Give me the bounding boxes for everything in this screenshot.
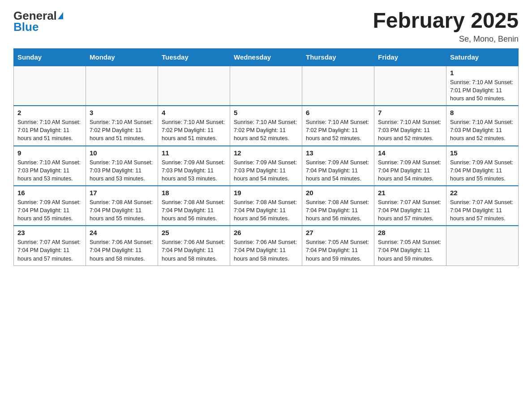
- day-info: Sunrise: 7:07 AM Sunset: 7:04 PM Dayligh…: [378, 198, 442, 223]
- day-number: 21: [378, 189, 442, 197]
- calendar-cell: 5Sunrise: 7:10 AM Sunset: 7:02 PM Daylig…: [230, 106, 302, 146]
- day-number: 10: [90, 149, 154, 157]
- calendar-cell: 11Sunrise: 7:09 AM Sunset: 7:03 PM Dayli…: [158, 146, 230, 186]
- day-info: Sunrise: 7:10 AM Sunset: 7:02 PM Dayligh…: [306, 118, 370, 142]
- calendar-cell: 1Sunrise: 7:10 AM Sunset: 7:01 PM Daylig…: [446, 66, 519, 106]
- calendar-cell: 14Sunrise: 7:09 AM Sunset: 7:04 PM Dayli…: [374, 146, 446, 186]
- calendar-cell: 3Sunrise: 7:10 AM Sunset: 7:02 PM Daylig…: [86, 106, 158, 146]
- day-info: Sunrise: 7:05 AM Sunset: 7:04 PM Dayligh…: [306, 238, 370, 262]
- calendar-cell: 9Sunrise: 7:10 AM Sunset: 7:03 PM Daylig…: [14, 146, 86, 186]
- day-info: Sunrise: 7:10 AM Sunset: 7:03 PM Dayligh…: [450, 118, 515, 142]
- day-info: Sunrise: 7:10 AM Sunset: 7:01 PM Dayligh…: [450, 78, 515, 103]
- calendar-cell: [86, 66, 158, 106]
- logo-triangle-icon: [58, 12, 63, 19]
- day-number: 12: [234, 149, 298, 157]
- weekday-header-friday: Friday: [374, 48, 446, 66]
- day-info: Sunrise: 7:10 AM Sunset: 7:03 PM Dayligh…: [378, 118, 442, 142]
- day-info: Sunrise: 7:10 AM Sunset: 7:03 PM Dayligh…: [17, 158, 82, 183]
- day-number: 5: [234, 109, 298, 116]
- calendar-cell: 7Sunrise: 7:10 AM Sunset: 7:03 PM Daylig…: [374, 106, 446, 146]
- day-number: 6: [306, 109, 370, 116]
- calendar-table: SundayMondayTuesdayWednesdayThursdayFrid…: [13, 48, 519, 266]
- calendar-cell: 20Sunrise: 7:08 AM Sunset: 7:04 PM Dayli…: [302, 186, 374, 226]
- title-section: February 2025 Se, Mono, Benin: [373, 9, 519, 44]
- calendar-cell: [14, 66, 86, 106]
- day-info: Sunrise: 7:09 AM Sunset: 7:04 PM Dayligh…: [378, 158, 442, 183]
- calendar-cell: 28Sunrise: 7:05 AM Sunset: 7:04 PM Dayli…: [374, 226, 446, 265]
- day-info: Sunrise: 7:10 AM Sunset: 7:02 PM Dayligh…: [234, 118, 298, 142]
- day-info: Sunrise: 7:06 AM Sunset: 7:04 PM Dayligh…: [162, 238, 226, 262]
- day-number: 11: [162, 149, 226, 157]
- day-number: 27: [306, 229, 370, 236]
- calendar-cell: [158, 66, 230, 106]
- day-number: 15: [450, 149, 515, 157]
- month-title: February 2025: [373, 9, 519, 33]
- calendar-cell: 17Sunrise: 7:08 AM Sunset: 7:04 PM Dayli…: [86, 186, 158, 226]
- weekday-header-wednesday: Wednesday: [230, 48, 302, 66]
- day-info: Sunrise: 7:10 AM Sunset: 7:02 PM Dayligh…: [90, 118, 154, 142]
- calendar-cell: 25Sunrise: 7:06 AM Sunset: 7:04 PM Dayli…: [158, 226, 230, 265]
- weekday-header-saturday: Saturday: [446, 48, 519, 66]
- day-info: Sunrise: 7:07 AM Sunset: 7:04 PM Dayligh…: [17, 238, 82, 262]
- calendar-cell: 6Sunrise: 7:10 AM Sunset: 7:02 PM Daylig…: [302, 106, 374, 146]
- day-number: 14: [378, 149, 442, 157]
- calendar-cell: [302, 66, 374, 106]
- weekday-header-monday: Monday: [86, 48, 158, 66]
- calendar-cell: 16Sunrise: 7:09 AM Sunset: 7:04 PM Dayli…: [14, 186, 86, 226]
- day-number: 13: [306, 149, 370, 157]
- calendar-cell: 22Sunrise: 7:07 AM Sunset: 7:04 PM Dayli…: [446, 186, 519, 226]
- day-info: Sunrise: 7:10 AM Sunset: 7:02 PM Dayligh…: [162, 118, 226, 142]
- day-number: 25: [162, 229, 226, 236]
- day-info: Sunrise: 7:09 AM Sunset: 7:04 PM Dayligh…: [450, 158, 515, 183]
- day-info: Sunrise: 7:08 AM Sunset: 7:04 PM Dayligh…: [162, 198, 226, 223]
- day-number: 26: [234, 229, 298, 236]
- week-row-2: 9Sunrise: 7:10 AM Sunset: 7:03 PM Daylig…: [14, 146, 519, 186]
- week-row-0: 1Sunrise: 7:10 AM Sunset: 7:01 PM Daylig…: [14, 66, 519, 106]
- logo: General Blue: [13, 9, 63, 34]
- day-info: Sunrise: 7:08 AM Sunset: 7:04 PM Dayligh…: [306, 198, 370, 223]
- day-info: Sunrise: 7:08 AM Sunset: 7:04 PM Dayligh…: [234, 198, 298, 223]
- day-info: Sunrise: 7:09 AM Sunset: 7:04 PM Dayligh…: [17, 198, 82, 223]
- calendar-cell: [446, 226, 519, 265]
- day-info: Sunrise: 7:09 AM Sunset: 7:03 PM Dayligh…: [162, 158, 226, 183]
- calendar-cell: 2Sunrise: 7:10 AM Sunset: 7:01 PM Daylig…: [14, 106, 86, 146]
- day-info: Sunrise: 7:09 AM Sunset: 7:04 PM Dayligh…: [306, 158, 370, 183]
- calendar-cell: 24Sunrise: 7:06 AM Sunset: 7:04 PM Dayli…: [86, 226, 158, 265]
- day-info: Sunrise: 7:05 AM Sunset: 7:04 PM Dayligh…: [378, 238, 442, 262]
- location-label: Se, Mono, Benin: [373, 34, 519, 44]
- calendar-cell: 26Sunrise: 7:06 AM Sunset: 7:04 PM Dayli…: [230, 226, 302, 265]
- day-number: 24: [90, 229, 154, 236]
- week-row-4: 23Sunrise: 7:07 AM Sunset: 7:04 PM Dayli…: [14, 226, 519, 265]
- day-number: 19: [234, 189, 298, 197]
- calendar-cell: 12Sunrise: 7:09 AM Sunset: 7:03 PM Dayli…: [230, 146, 302, 186]
- calendar-cell: 19Sunrise: 7:08 AM Sunset: 7:04 PM Dayli…: [230, 186, 302, 226]
- day-number: 2: [17, 109, 82, 116]
- weekday-header-thursday: Thursday: [302, 48, 374, 66]
- day-number: 1: [450, 69, 515, 77]
- week-row-3: 16Sunrise: 7:09 AM Sunset: 7:04 PM Dayli…: [14, 186, 519, 226]
- day-number: 16: [17, 189, 82, 197]
- day-number: 7: [378, 109, 442, 116]
- day-number: 3: [90, 109, 154, 116]
- calendar-cell: 15Sunrise: 7:09 AM Sunset: 7:04 PM Dayli…: [446, 146, 519, 186]
- day-number: 8: [450, 109, 515, 116]
- day-number: 18: [162, 189, 226, 197]
- calendar-cell: 4Sunrise: 7:10 AM Sunset: 7:02 PM Daylig…: [158, 106, 230, 146]
- day-number: 22: [450, 189, 515, 197]
- day-info: Sunrise: 7:06 AM Sunset: 7:04 PM Dayligh…: [234, 238, 298, 262]
- calendar-cell: [230, 66, 302, 106]
- day-info: Sunrise: 7:09 AM Sunset: 7:03 PM Dayligh…: [234, 158, 298, 183]
- day-info: Sunrise: 7:08 AM Sunset: 7:04 PM Dayligh…: [90, 198, 154, 223]
- calendar-cell: 27Sunrise: 7:05 AM Sunset: 7:04 PM Dayli…: [302, 226, 374, 265]
- day-number: 4: [162, 109, 226, 116]
- weekday-header-row: SundayMondayTuesdayWednesdayThursdayFrid…: [14, 48, 519, 66]
- day-info: Sunrise: 7:10 AM Sunset: 7:03 PM Dayligh…: [90, 158, 154, 183]
- day-info: Sunrise: 7:10 AM Sunset: 7:01 PM Dayligh…: [17, 118, 82, 142]
- calendar-cell: 18Sunrise: 7:08 AM Sunset: 7:04 PM Dayli…: [158, 186, 230, 226]
- day-number: 20: [306, 189, 370, 197]
- day-number: 23: [17, 229, 82, 236]
- calendar-cell: 13Sunrise: 7:09 AM Sunset: 7:04 PM Dayli…: [302, 146, 374, 186]
- day-number: 9: [17, 149, 82, 157]
- weekday-header-tuesday: Tuesday: [158, 48, 230, 66]
- calendar-cell: [374, 66, 446, 106]
